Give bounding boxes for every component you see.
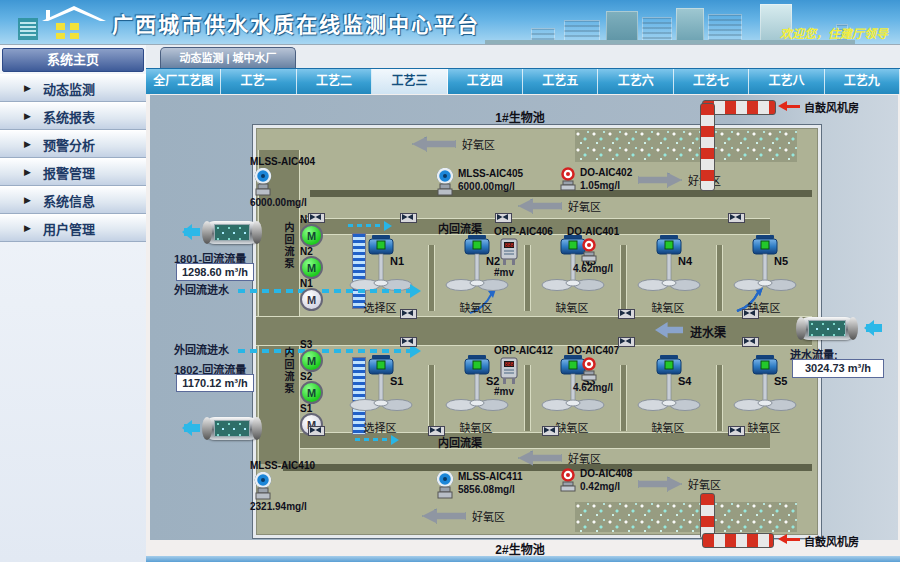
process-tab-3[interactable]: 工艺三 (372, 69, 447, 94)
sidebar-item-2[interactable]: ▶预警分析 (0, 130, 146, 158)
sensor-mlss-aic411[interactable]: MLSS-AIC411 5856.08mg/l (436, 471, 522, 499)
zone-label: 缺氧区 (524, 419, 620, 435)
aerobic-zone-flow: 好氧区 (412, 136, 495, 152)
sidebar: 系统主页 ▶动态监测▶系统报表▶预警分析▶报警管理▶系统信息▶用户管理 (0, 45, 147, 562)
pump-S3[interactable]: M (300, 349, 323, 372)
mixer-N5[interactable]: N5缺氧区 (716, 235, 812, 315)
sidebar-item-1[interactable]: ▶系统报表 (0, 102, 146, 130)
sensor-do-aic407[interactable]: DO-AIC407 4.62mg/l (567, 345, 619, 393)
sensor-value: #mv (494, 386, 553, 397)
blower-top-label: 自鼓风机房 (804, 99, 859, 115)
sensor-id: MLSS-AIC410 (250, 460, 315, 471)
mixer-id-label: N4 (678, 255, 692, 267)
app-logo-icon (16, 2, 112, 42)
mixer-S1[interactable]: S1选择区 (332, 355, 428, 435)
mixer-icon (346, 355, 416, 413)
flow-left-arrow-icon (184, 424, 200, 432)
aerobic-zone-label: 好氧区 (568, 198, 601, 214)
sensor-value: 1.05mg/l (580, 180, 632, 191)
valve-icon (400, 337, 417, 347)
sidebar-home-button[interactable]: 系统主页 (2, 48, 144, 72)
sidebar-item-label: 用户管理 (43, 219, 95, 238)
mixer-id-label: N1 (390, 255, 404, 267)
flow-dashes-icon (355, 438, 391, 441)
channel-label-bottom: 内回流渠 (438, 434, 482, 450)
process-tab-0[interactable]: 全厂工艺图 (146, 69, 221, 94)
process-tab-2[interactable]: 工艺二 (297, 69, 372, 94)
blower-pipe-bottom-horizontal (702, 533, 774, 548)
pump-group-label-1: 内回流泵 (281, 347, 296, 395)
sensor-do-aic402[interactable]: DO-AIC402 1.05mg/l (560, 167, 632, 191)
external-reflux-top-label: 外回流进水 (174, 281, 229, 297)
aerobic-zone-flow: 好氧区 (518, 198, 601, 214)
sensor-id: MLSS-AIC405 (458, 168, 523, 179)
left-flow-arrow-icon (422, 509, 466, 524)
do-sensor-icon (560, 468, 576, 492)
process-diagram: 1#生物池 内回流渠 内回流渠 进水渠 好氧区 好氧区 好氧区 好氧区 好氧区 … (150, 95, 898, 540)
aeration-bubbles-bottom (575, 502, 797, 532)
mixer-S4[interactable]: S4缺氧区 (620, 355, 716, 435)
mixer-N4[interactable]: N4缺氧区 (620, 235, 716, 315)
process-tab-5[interactable]: 工艺五 (523, 69, 598, 94)
valve-icon (308, 426, 325, 436)
sidebar-item-4[interactable]: ▶系统信息 (0, 186, 146, 214)
process-tab-7[interactable]: 工艺七 (674, 69, 749, 94)
flow-left-arrow-icon (184, 228, 200, 236)
sidebar-item-label: 系统信息 (43, 191, 95, 210)
sensor-mlss-aic404[interactable]: MLSS-AIC404 6000.00mg/l (250, 156, 315, 208)
sidebar-item-0[interactable]: ▶动态监测 (0, 74, 146, 102)
sensor-id: DO-AIC402 (580, 167, 632, 178)
sidebar-item-5[interactable]: ▶用户管理 (0, 214, 146, 242)
mlss-sensor-icon (436, 471, 454, 499)
process-tab-8[interactable]: 工艺八 (749, 69, 824, 94)
process-tab-6[interactable]: 工艺六 (598, 69, 673, 94)
right-flow-arrow-icon (638, 173, 682, 188)
inflow-pipe (798, 317, 856, 340)
valve-icon (618, 337, 635, 347)
mlss-sensor-icon (254, 168, 315, 196)
valve-icon (728, 213, 745, 223)
mixer-id-label: N5 (774, 255, 788, 267)
process-tab-bar: 全厂工艺图工艺一工艺二工艺三工艺四工艺五工艺六工艺七工艺八工艺九 (146, 68, 900, 94)
aerobic-zone-flow: 好氧区 (638, 476, 721, 492)
page-title: 广西城市供水水质在线监测中心平台 (112, 8, 480, 38)
aerobic-zone-label: 好氧区 (568, 450, 601, 466)
valve-icon (308, 213, 325, 223)
mixer-icon (634, 355, 704, 413)
process-tab-9[interactable]: 工艺九 (825, 69, 900, 94)
pump-N1[interactable]: M (300, 288, 323, 311)
process-tab-4[interactable]: 工艺四 (448, 69, 523, 94)
zone-label: 缺氧区 (524, 299, 620, 315)
mixer-id-label: S5 (774, 375, 787, 387)
sensor-orp-aic412[interactable]: ORP-AIC412 888 #mv (494, 345, 553, 397)
sensor-mlss-aic405[interactable]: MLSS-AIC405 6000.00mg/l (436, 168, 523, 196)
inflow-channel (256, 316, 812, 346)
sidebar-item-label: 动态监测 (43, 79, 95, 98)
pump-N3[interactable]: M (300, 224, 323, 247)
sidebar-item-3[interactable]: ▶报警管理 (0, 158, 146, 186)
flow-dashes-head-icon (384, 221, 397, 231)
sensor-do-aic401[interactable]: DO-AIC401 4.62mg/l (567, 226, 619, 274)
sensor-value: 4.62mg/l (573, 382, 619, 393)
external-reflux-dash-line (238, 289, 410, 293)
triangle-bullet-icon: ▶ (24, 139, 31, 149)
pump-N2[interactable]: M (300, 256, 323, 279)
sensor-mlss-aic410[interactable]: MLSS-AIC410 2321.94mg/l (250, 460, 315, 512)
valve-icon (742, 309, 759, 319)
process-tab-1[interactable]: 工艺一 (221, 69, 296, 94)
triangle-bullet-icon: ▶ (24, 195, 31, 205)
zone-label: 缺氧区 (620, 419, 716, 435)
breadcrumb-tab[interactable]: 动态监测 | 城中水厂 (160, 47, 296, 69)
sensor-orp-aic406[interactable]: ORP-AIC406 888 #mv (494, 226, 553, 278)
do-sensor-icon (560, 167, 576, 191)
channel-label-top: 内回流渠 (438, 220, 482, 236)
welcome-text: 欢迎您，住建厅领导 (780, 24, 888, 41)
sensor-do-aic408[interactable]: DO-AIC408 0.42mg/l (560, 468, 632, 492)
pool2-title: 2#生物池 (450, 540, 590, 557)
valve-icon (542, 426, 559, 436)
pump-S2[interactable]: M (300, 381, 323, 404)
sensor-value: #mv (494, 267, 553, 278)
flow-dashes-icon (348, 224, 384, 227)
sensor-value: 5856.08mg/l (458, 484, 522, 495)
mixer-N1[interactable]: N1选择区 (332, 235, 428, 315)
